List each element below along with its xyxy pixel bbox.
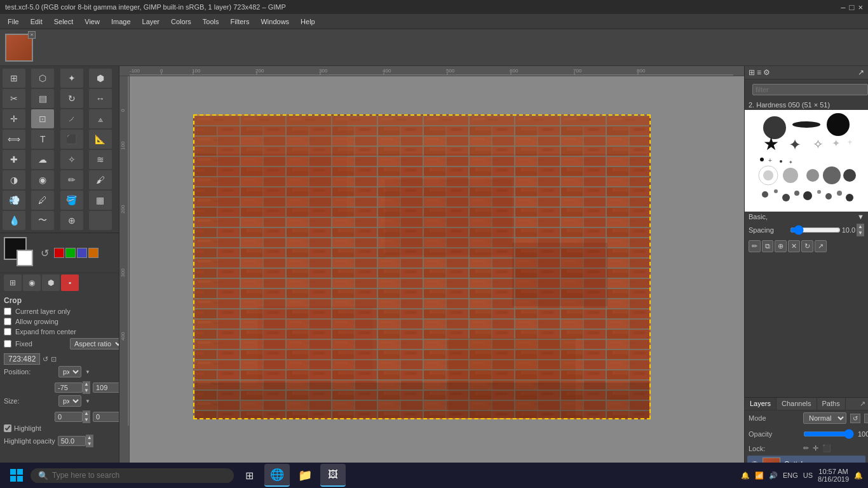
flip-tool[interactable]: ⟺ [3, 130, 25, 149]
size-h-input[interactable] [93, 412, 119, 422]
tool-small-3[interactable]: ⬢ [42, 274, 60, 291]
expand-from-center-checkbox[interactable] [4, 328, 11, 336]
size-unit-arrow[interactable]: ▼ [85, 398, 90, 404]
menu-image[interactable]: Image [106, 17, 136, 27]
pencil-tool[interactable]: ✏ [60, 170, 83, 189]
healing-tool[interactable]: ✚ [3, 150, 25, 169]
start-button[interactable] [5, 464, 28, 487]
highlight-opacity-input[interactable] [58, 436, 86, 446]
color-swatch-red[interactable] [54, 248, 64, 258]
close-button[interactable]: × [858, 3, 863, 12]
foreground-select-tool[interactable]: ◉ [31, 170, 54, 189]
fixed-select[interactable]: Aspect ratio Width Height Size [70, 338, 119, 349]
tab-layers[interactable]: Layers [745, 398, 776, 410]
3d-transform-tool[interactable]: ⬛ [60, 130, 83, 149]
brushes-panel-expand-icon[interactable]: ↗ [858, 68, 864, 77]
menu-colors[interactable]: Colors [166, 17, 196, 27]
search-input[interactable] [52, 471, 211, 480]
perspective-tool[interactable]: ⟁ [89, 109, 112, 128]
clone-tool[interactable]: ✧ [60, 150, 83, 169]
tool-small-1[interactable]: ⊞ [4, 274, 22, 291]
color-swatches[interactable] [4, 237, 36, 269]
heal-tool[interactable]: ⊕ [60, 211, 83, 230]
brush-copy-button[interactable]: ⧉ [762, 240, 773, 252]
smudge-tool[interactable]: ☁ [31, 150, 54, 169]
tool-small-4[interactable]: ▪ [61, 274, 79, 291]
move-tool[interactable]: ✛ [3, 109, 25, 128]
scale-tool[interactable]: ↔ [89, 89, 112, 108]
lock-alpha-icon[interactable]: ⬛ [822, 444, 831, 452]
fixed-checkbox[interactable] [4, 340, 11, 348]
desaturate-tool[interactable]: ◑ [3, 170, 25, 189]
rotate-tool[interactable]: ↻ [60, 89, 83, 108]
select-by-color-tool[interactable]: ⬢ [89, 69, 112, 88]
color-swatch-blue[interactable] [77, 248, 87, 258]
fuzzy-select-tool[interactable]: ✦ [60, 69, 83, 88]
minimize-button[interactable]: – [841, 3, 845, 12]
swap-colors-icon[interactable]: ↺ [41, 247, 49, 259]
image-canvas[interactable] [130, 76, 744, 478]
tab-paths[interactable]: Paths [817, 398, 846, 410]
color-picker-tool[interactable]: 💧 [3, 211, 25, 230]
measure-tool[interactable]: 📐 [89, 130, 112, 149]
lock-pixels-icon[interactable]: ✏ [803, 444, 809, 452]
gradient-tool[interactable]: ▦ [89, 191, 112, 210]
menu-select[interactable]: Select [49, 17, 79, 27]
menu-help[interactable]: Help [295, 17, 320, 27]
clock[interactable]: 10:57 AM 8/16/2019 [818, 468, 849, 483]
brush-list-icon[interactable]: ≡ [757, 68, 761, 77]
lock-position-icon[interactable]: ✛ [813, 444, 818, 452]
network-icon[interactable]: 📶 [755, 471, 764, 480]
menu-file[interactable]: File [3, 17, 24, 27]
color-swatch-green[interactable] [65, 248, 76, 258]
eraser-tool[interactable]: ✂ [3, 89, 25, 108]
position-x-up[interactable]: ▲ [83, 381, 90, 388]
tab-channels[interactable]: Channels [776, 398, 817, 410]
taskview-button[interactable]: ⊞ [236, 464, 262, 487]
highlight-opacity-up[interactable]: ▲ [86, 435, 93, 441]
background-color[interactable] [17, 250, 33, 266]
mode-select[interactable]: Normal Multiply Screen Overlay [803, 412, 846, 424]
rectangle-select-tool[interactable]: ▤ [31, 89, 54, 108]
color-swatch-orange[interactable] [88, 248, 98, 258]
crop-tool[interactable]: ⊡ [31, 109, 54, 128]
brush-duplicate-button[interactable]: ⊕ [775, 240, 787, 252]
explorer-button[interactable]: 📁 [292, 464, 318, 487]
warp-transform-tool[interactable]: 〜 [31, 211, 54, 230]
highlight-opacity-down[interactable]: ▼ [86, 441, 93, 447]
mode-reset-btn[interactable]: ↺ [850, 414, 860, 423]
size-unit-select[interactable]: px [58, 395, 81, 407]
close-image-button[interactable]: × [28, 31, 36, 39]
ink-tool[interactable]: 🖊 [31, 191, 54, 210]
position-y-input[interactable] [93, 383, 119, 393]
position-unit-select[interactable]: px [58, 366, 81, 377]
menu-edit[interactable]: Edit [25, 17, 48, 27]
current-layer-only-checkbox[interactable] [4, 308, 11, 315]
notification-icon[interactable]: 🔔 [741, 471, 750, 480]
edge-browser-button[interactable]: 🌐 [264, 464, 290, 487]
free-select-tool[interactable]: ⬡ [31, 69, 54, 88]
titlebar-controls[interactable]: – □ × [841, 3, 863, 12]
blur-tool[interactable]: ≋ [89, 150, 112, 169]
search-bar[interactable]: 🔍 [31, 468, 234, 483]
size-reset-icon[interactable]: ↺ [43, 355, 48, 363]
basic-dropdown-icon[interactable]: ▼ [857, 213, 864, 220]
spacing-slider[interactable] [790, 225, 841, 235]
spacing-down[interactable]: ▼ [857, 230, 864, 236]
bucket-fill-tool[interactable]: 🪣 [60, 191, 83, 210]
size-w-input[interactable] [55, 412, 83, 422]
brush-refresh-button[interactable]: ↻ [801, 240, 813, 252]
text-tool[interactable]: T [31, 130, 54, 149]
gimp-button[interactable]: 🖼 [320, 464, 346, 487]
brush-more-button[interactable]: ↗ [815, 240, 827, 252]
highlight-checkbox[interactable] [4, 424, 11, 432]
allow-growing-checkbox[interactable] [4, 318, 11, 325]
volume-icon[interactable]: 🔊 [769, 471, 778, 480]
brush-delete-button[interactable]: ✕ [788, 240, 800, 252]
maximize-button[interactable]: □ [850, 3, 855, 12]
size-w-up[interactable]: ▲ [83, 410, 90, 417]
menu-filters[interactable]: Filters [226, 17, 255, 27]
airbrush-tool[interactable]: 💨 [3, 191, 25, 210]
menu-layer[interactable]: Layer [137, 17, 165, 27]
brush-config-icon[interactable]: ⚙ [763, 68, 770, 77]
